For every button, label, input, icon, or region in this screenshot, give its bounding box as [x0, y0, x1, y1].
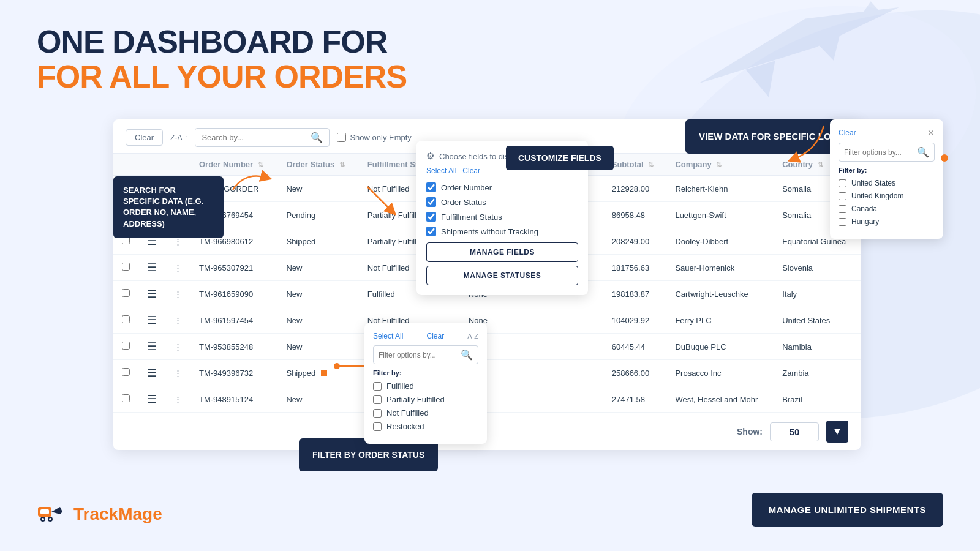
row-order-status: Shipped	[277, 360, 358, 386]
row-checkbox-cell	[113, 307, 138, 334]
popup-clear[interactable]: Clear	[426, 332, 444, 340]
row-document-icon: ☰	[147, 393, 157, 405]
col-icon	[138, 154, 165, 176]
row-document-icon: ☰	[147, 314, 157, 326]
row-subtotal: 86958.48	[603, 202, 667, 228]
row-menu-cell[interactable]: ⋮	[165, 281, 190, 307]
row-order-status: New	[277, 255, 358, 281]
clear-link[interactable]: Clear	[462, 167, 480, 175]
row-menu-cell[interactable]: ⋮	[165, 386, 190, 413]
show-empty-checkbox[interactable]	[337, 133, 346, 142]
row-checkbox[interactable]	[122, 394, 130, 402]
row-country: Slovenia	[774, 255, 861, 281]
row-order-status: Pending	[277, 202, 358, 228]
row-company: Ferry PLC	[666, 307, 774, 334]
dropdown-arrow[interactable]: ▼	[826, 421, 848, 443]
filter-status-options: FulfilledPartially FulfilledNot Fulfille…	[373, 381, 478, 431]
table-row: ☰ ⋮ TM-949396732 Shipped be 258666.00 Pr…	[113, 360, 861, 386]
row-subtotal: 181756.63	[603, 255, 667, 281]
svg-rect-3	[40, 509, 49, 514]
show-select[interactable]: 50	[770, 422, 819, 441]
customize-checkbox-item: Fulfillment Status	[426, 212, 578, 222]
row-checkbox-cell	[113, 386, 138, 413]
location-item: Canada	[839, 204, 935, 213]
customize-field-label: Order Status	[441, 198, 486, 207]
row-order-number: TM-949396732	[190, 360, 277, 386]
filter-option-checkbox[interactable]	[373, 422, 382, 431]
filter-option: Not Fulfilled	[373, 408, 478, 418]
header-line1: ONE DASHBOARD FOR	[37, 24, 407, 59]
col-order-status[interactable]: Order Status ⇅	[277, 154, 358, 176]
locations-close[interactable]: ✕	[927, 128, 935, 138]
col-order-number[interactable]: Order Number ⇅	[190, 154, 277, 176]
row-checkbox[interactable]	[122, 315, 130, 323]
customize-field-label: Shipments without Tracking	[441, 227, 538, 236]
location-checkbox[interactable]	[839, 192, 846, 200]
row-menu-cell[interactable]: ⋮	[165, 334, 190, 360]
filter-option-checkbox[interactable]	[373, 395, 382, 404]
row-icon-cell: ☰	[138, 307, 165, 334]
col-menu	[165, 154, 190, 176]
row-checkbox[interactable]	[122, 263, 130, 271]
filter-option: Fulfilled	[373, 381, 478, 391]
popup-select-all[interactable]: Select All	[373, 332, 403, 340]
customize-field-checkbox[interactable]	[426, 212, 436, 222]
row-order-status: Shipped	[277, 228, 358, 255]
row-document-icon: ☰	[147, 340, 157, 353]
row-checkbox[interactable]	[122, 289, 130, 297]
manage-fields-button[interactable]: MANAGE FIELDS	[426, 242, 578, 262]
location-checkbox[interactable]	[839, 205, 846, 213]
row-order-number: TM-961659090	[190, 281, 277, 307]
popup-search[interactable]: 🔍	[373, 345, 478, 364]
row-order-number: TM-961597454	[190, 307, 277, 334]
row-company: Prosacco Inc	[666, 360, 774, 386]
customize-checkbox-item: Order Status	[426, 197, 578, 207]
locations-top-row: Clear ✕	[839, 128, 935, 138]
row-menu-cell[interactable]: ⋮	[165, 307, 190, 334]
select-all-link[interactable]: Select All	[426, 167, 456, 175]
filter-option-checkbox[interactable]	[373, 382, 382, 391]
search-box[interactable]: 🔍	[195, 128, 330, 147]
row-order-status: New	[277, 281, 358, 307]
filter-option: Restocked	[373, 422, 478, 431]
col-company[interactable]: Company ⇅	[666, 154, 774, 176]
logo: TrackMage	[37, 502, 162, 527]
locations-search-input[interactable]	[844, 148, 914, 157]
filter-by-label: Filter by:	[373, 369, 478, 377]
customize-field-checkbox[interactable]	[426, 197, 436, 207]
logo-text: TrackMage	[74, 504, 162, 524]
location-checkbox[interactable]	[839, 179, 846, 187]
row-company: Cartwright-Leuschke	[666, 281, 774, 307]
manage-shipments-button[interactable]: MANAGE UNLIMITED SHIPMENTS	[752, 493, 943, 527]
popup-search-input[interactable]	[379, 351, 458, 359]
search-icon: 🔍	[311, 132, 323, 143]
filter-option-checkbox[interactable]	[373, 409, 382, 418]
clear-button[interactable]: Clear	[126, 129, 163, 146]
row-country: United States	[774, 307, 861, 334]
popup-az: A-Z	[467, 332, 478, 340]
filter-option-label: Not Fulfilled	[386, 408, 429, 418]
customize-field-checkbox[interactable]	[426, 227, 436, 236]
row-menu-cell[interactable]: ⋮	[165, 255, 190, 281]
row-menu-cell[interactable]: ⋮	[165, 360, 190, 386]
row-icon-cell: ☰	[138, 386, 165, 413]
manage-statuses-button[interactable]: MANAGE STATUSES	[426, 266, 578, 285]
location-checkbox[interactable]	[839, 218, 846, 226]
row-checkbox-cell	[113, 334, 138, 360]
row-checkbox[interactable]	[122, 342, 130, 350]
location-label: United Kingdom	[851, 192, 903, 200]
locations-clear[interactable]: Clear	[839, 129, 856, 137]
row-order-status: New	[277, 334, 358, 360]
row-icon-cell: ☰	[138, 255, 165, 281]
customize-fields-button[interactable]: CUSTOMIZE FIELDS	[506, 146, 614, 170]
row-icon-cell: ☰	[138, 281, 165, 307]
customize-field-checkbox[interactable]	[426, 182, 436, 192]
row-checkbox[interactable]	[122, 368, 130, 376]
search-input[interactable]	[202, 133, 307, 142]
panel-actions: MANAGE FIELDS MANAGE STATUSES	[426, 242, 578, 285]
location-item: Hungary	[839, 217, 935, 226]
locations-search[interactable]: 🔍	[839, 143, 935, 162]
row-country: Namibia	[774, 334, 861, 360]
customize-checkbox-item: Order Number	[426, 182, 578, 192]
customize-checkboxes: Order NumberOrder StatusFulfillment Stat…	[426, 182, 578, 236]
